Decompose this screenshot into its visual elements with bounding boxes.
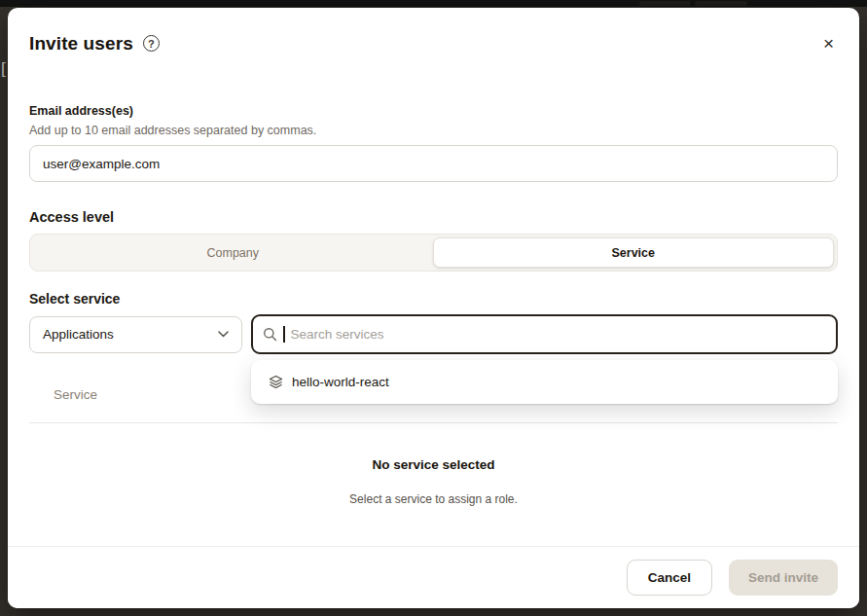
email-label: Email address(es): [29, 104, 838, 118]
modal-title: Invite users: [29, 33, 133, 54]
email-input[interactable]: [29, 145, 838, 182]
email-helper-text: Add up to 10 email addresses separated b…: [29, 124, 838, 137]
layers-icon: [269, 375, 283, 389]
segment-option-service[interactable]: Service: [433, 237, 835, 268]
modal-footer: Cancel Send invite: [8, 546, 859, 608]
text-cursor: [283, 326, 285, 343]
background-navbar-button-fragment: [695, 1, 747, 6]
empty-state-title: No service selected: [29, 457, 838, 472]
segment-option-company[interactable]: Company: [33, 237, 433, 268]
invite-users-modal: Invite users ? × Email address(es) Add u…: [8, 8, 859, 608]
chevron-down-icon: [218, 331, 229, 338]
cancel-button[interactable]: Cancel: [627, 560, 712, 596]
send-invite-button[interactable]: Send invite: [729, 560, 838, 596]
search-services-input[interactable]: [291, 327, 827, 342]
background-navbar-button-fragment: [639, 1, 691, 6]
search-result-label: hello-world-react: [292, 375, 389, 389]
background-navbar: [0, 0, 867, 7]
underlying-page-fragment: [: [1, 60, 6, 77]
modal-content: Email address(es) Add up to 10 email add…: [8, 104, 859, 506]
search-results-dropdown: hello-world-react: [251, 360, 838, 404]
search-icon: [263, 327, 277, 342]
service-type-select-value: Applications: [43, 327, 114, 342]
modal-header: Invite users ? ×: [8, 8, 859, 54]
help-icon[interactable]: ?: [143, 35, 160, 52]
access-level-segmented-control: Company Service: [29, 234, 838, 272]
access-level-label: Access level: [29, 209, 838, 225]
service-search-box: [251, 314, 838, 354]
service-type-select[interactable]: Applications: [29, 316, 242, 353]
close-icon[interactable]: ×: [819, 32, 838, 54]
search-result-item[interactable]: hello-world-react: [257, 366, 832, 398]
empty-state-subtitle: Select a service to assign a role.: [29, 492, 838, 506]
service-controls-row: Applications: [29, 314, 838, 354]
select-service-label: Select service: [29, 291, 838, 307]
